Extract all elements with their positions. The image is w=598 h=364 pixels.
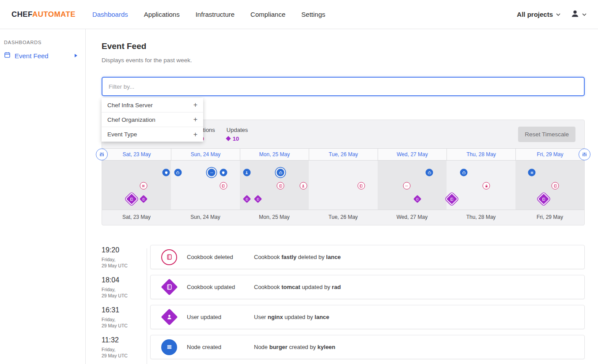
timescale-handle-left[interactable] bbox=[96, 149, 108, 161]
event-time-label: 16:31 bbox=[102, 306, 150, 314]
event-row: 16:31 Friday, 29 May UTC User updated Us… bbox=[102, 305, 585, 329]
timeline-connector-line bbox=[147, 248, 147, 364]
chevron-down-icon bbox=[556, 13, 560, 16]
event-type-badge bbox=[161, 339, 177, 355]
axis-label: Mon, 25 May bbox=[240, 214, 309, 220]
chevron-down-icon bbox=[582, 13, 587, 16]
day-header-thu[interactable]: Thu, 28 May bbox=[447, 149, 515, 160]
filter-option-chef-organization[interactable]: Chef Organization + bbox=[102, 113, 203, 127]
nav-applications[interactable]: Applications bbox=[144, 11, 180, 18]
timeline-marker-delete[interactable] bbox=[357, 182, 365, 190]
timeline-day-header: Sat, 23 May Sun, 24 May Mon, 25 May Tue,… bbox=[102, 148, 584, 161]
cookbook-icon bbox=[245, 197, 249, 201]
client-icon bbox=[221, 170, 226, 175]
filter-option-label: Chef Infra Server bbox=[107, 102, 153, 109]
event-card[interactable]: Cookbook deleted Cookbook fastly deleted… bbox=[150, 245, 585, 269]
event-time: 11:32 Friday, 29 May UTC bbox=[102, 335, 150, 359]
event-row: 11:32 Friday, 29 May UTC Node created No… bbox=[102, 335, 585, 359]
timeline-marker-create[interactable] bbox=[220, 169, 227, 176]
day-header-sun[interactable]: Sun, 24 May bbox=[171, 149, 240, 160]
axis-label: Tue, 26 May bbox=[309, 214, 378, 220]
event-description: Node burger created by kyleen bbox=[254, 344, 335, 350]
cookbook-icon bbox=[142, 197, 145, 201]
cookbook-icon bbox=[256, 197, 260, 201]
day-header-fri[interactable]: Fri, 29 May bbox=[515, 149, 584, 160]
event-actor: kyleen bbox=[318, 344, 335, 350]
page-title: Event Feed bbox=[102, 41, 585, 51]
nav-dashboards[interactable]: Dashboards bbox=[92, 11, 128, 18]
event-card[interactable]: User updated User nginx updated by lance bbox=[150, 305, 585, 329]
organization-icon bbox=[278, 170, 283, 175]
axis-label: Sun, 24 May bbox=[171, 214, 240, 220]
event-day-label: Friday, bbox=[102, 257, 150, 263]
day-header-wed[interactable]: Wed, 27 May bbox=[378, 149, 447, 160]
timescale-handle-right[interactable] bbox=[579, 149, 590, 161]
cookbook-icon bbox=[129, 197, 134, 201]
filter-option-event-type[interactable]: Event Type + bbox=[102, 127, 203, 142]
timeline-marker-create[interactable] bbox=[243, 169, 250, 176]
user-menu[interactable] bbox=[570, 9, 587, 20]
day-column-stripe bbox=[378, 161, 447, 210]
organization-icon bbox=[462, 170, 466, 175]
projects-filter[interactable]: All projects bbox=[517, 11, 560, 18]
event-description: Cookbook fastly deleted by lance bbox=[254, 254, 341, 260]
cookbook-icon bbox=[416, 197, 419, 201]
filter-option-label: Event Type bbox=[107, 131, 137, 138]
update-diamond-icon bbox=[226, 136, 231, 141]
timeline-marker-delete[interactable] bbox=[483, 182, 490, 190]
sidebar-heading: DASHBOARDS bbox=[4, 40, 80, 45]
event-card[interactable]: Cookbook updated Cookbook tomcat updated… bbox=[150, 275, 585, 299]
event-row: 18:04 Friday, 29 May UTC Cookbook update… bbox=[102, 275, 585, 299]
event-description: User nginx updated by lance bbox=[254, 314, 329, 320]
legend-label: Updates bbox=[227, 127, 248, 133]
timeline-marker-create[interactable] bbox=[528, 169, 536, 176]
filter-input[interactable] bbox=[102, 77, 585, 96]
timeline-marker-delete[interactable] bbox=[403, 182, 410, 190]
node-icon bbox=[530, 170, 534, 175]
cookbook-icon bbox=[278, 184, 283, 188]
event-subject: burger bbox=[269, 344, 288, 350]
timeline-marker-create[interactable] bbox=[460, 169, 468, 176]
filter-option-chef-infra-server[interactable]: Chef Infra Server + bbox=[102, 98, 203, 113]
axis-label: Sat, 23 May bbox=[102, 214, 171, 220]
nav-settings[interactable]: Settings bbox=[301, 11, 325, 18]
sidebar-item-event-feed[interactable]: Event Feed bbox=[4, 52, 80, 60]
timeline-marker-delete[interactable] bbox=[277, 182, 284, 190]
axis-label: Fri, 29 May bbox=[515, 214, 584, 220]
organization-icon bbox=[176, 170, 180, 175]
day-header-sat[interactable]: Sat, 23 May bbox=[102, 149, 171, 160]
timeline-marker-delete[interactable] bbox=[552, 182, 559, 190]
event-card[interactable]: Node created Node burger created by kyle… bbox=[150, 335, 585, 359]
day-column-stripe bbox=[240, 161, 309, 210]
event-actor: lance bbox=[326, 254, 341, 260]
timeline-marker-delete[interactable] bbox=[299, 182, 307, 190]
event-subject: fastly bbox=[281, 254, 296, 260]
timeline-marker-delete[interactable] bbox=[140, 182, 147, 190]
chef-automate-logo[interactable]: CHEFAUTOMATE bbox=[11, 10, 76, 19]
event-time-label: 11:32 bbox=[102, 336, 150, 344]
timeline-marker-create[interactable] bbox=[163, 169, 170, 176]
event-time-label: 19:20 bbox=[102, 246, 150, 254]
day-header-tue[interactable]: Tue, 26 May bbox=[309, 149, 378, 160]
event-day-label: Friday, bbox=[102, 347, 150, 353]
nav-infrastructure[interactable]: Infrastructure bbox=[196, 11, 235, 18]
main-nav: Dashboards Applications Infrastructure C… bbox=[92, 11, 325, 18]
day-column-stripe bbox=[447, 161, 515, 210]
legend-count: 10 bbox=[233, 135, 239, 142]
legend-updates: Updates 10 bbox=[227, 127, 248, 142]
user-icon bbox=[245, 170, 249, 175]
timeline-marker-create[interactable] bbox=[208, 169, 216, 176]
timeline-marker-create[interactable] bbox=[174, 169, 182, 176]
reset-timescale-button[interactable]: Reset Timescale bbox=[518, 127, 575, 142]
timeline-marker-create[interactable] bbox=[277, 169, 284, 176]
day-column-stripe bbox=[515, 161, 584, 210]
plus-icon: + bbox=[193, 101, 197, 109]
timeline-marker-delete[interactable] bbox=[220, 182, 227, 190]
filter-dropdown: Chef Infra Server + Chef Organization + … bbox=[102, 98, 203, 142]
cookbook-icon bbox=[541, 197, 546, 201]
day-header-mon[interactable]: Mon, 25 May bbox=[240, 149, 309, 160]
nav-compliance[interactable]: Compliance bbox=[250, 11, 285, 18]
chevron-right-icon bbox=[75, 54, 77, 57]
event-day-label: Friday, bbox=[102, 317, 150, 323]
timeline-marker-create[interactable] bbox=[426, 169, 433, 176]
